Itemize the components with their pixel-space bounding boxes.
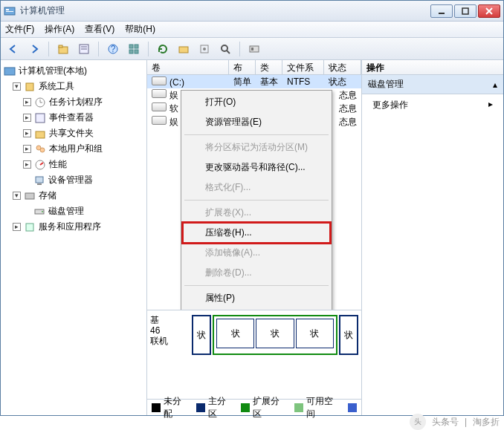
drive-icon [152,76,167,85]
drive-icon [152,116,167,125]
tool-icon-1[interactable] [175,41,192,57]
view-icon[interactable] [126,41,142,57]
col-volume[interactable]: 卷 [147,60,229,74]
svg-rect-24 [251,48,253,51]
col-fs[interactable]: 文件系统 [282,60,324,74]
ctx-extend: 扩展卷(X)... [183,203,330,223]
column-headers: 卷 布局 类型 文件系统 状态 [147,60,361,75]
partition[interactable]: 状 [339,315,358,355]
svg-rect-2 [6,11,13,12]
svg-rect-37 [37,183,42,185]
toolbar: ? [1,38,503,60]
menu-help[interactable]: 帮助(H) [125,23,155,36]
ctx-change-letter[interactable]: 更改驱动器号和路径(C)... [183,157,330,177]
context-menu: 打开(O) 资源管理器(E) 将分区标记为活动分区(M) 更改驱动器号和路径(C… [181,90,332,310]
body: 计算机管理(本地) ▾系统工具 ▸任务计划程序 ▸事件查看器 ▸共享文件夹 ▸本… [1,60,503,415]
window-buttons [430,4,500,18]
back-button[interactable] [5,41,22,57]
window-title: 计算机管理 [20,4,430,17]
volume-row[interactable]: (C:) 简单 基本 NTFS 状态 [147,75,361,88]
tree-disk-management[interactable]: 磁盘管理 [2,203,145,219]
expand-icon[interactable]: ▸ [23,160,31,169]
expand-icon[interactable]: ▸ [13,223,21,231]
legend-unallocated: 未分配 [152,395,189,420]
svg-rect-41 [26,224,33,231]
svg-rect-17 [135,50,138,53]
expand-icon[interactable]: ▸ [23,114,31,122]
disk-graphical-view: 基 46 联机 状 状 状 状 状 [147,310,361,399]
minimize-button[interactable] [430,4,453,18]
help-icon[interactable]: ? [105,41,121,57]
svg-line-35 [40,163,43,165]
titlebar: 计算机管理 [1,1,503,22]
tree-device-manager[interactable]: 设备管理器 [2,172,145,188]
legend-extended: 扩展分区 [241,395,287,420]
partition[interactable]: 状 [192,315,211,355]
tree-shared-folders[interactable]: ▸共享文件夹 [2,126,145,141]
tool-icon-4[interactable] [246,41,262,57]
svg-rect-15 [135,45,138,48]
tree-event-viewer[interactable]: ▸事件查看器 [2,110,145,126]
expand-icon[interactable]: ▸ [23,145,31,153]
volume-pane: 卷 布局 类型 文件系统 状态 (C:) 简单 基本 NTFS 状态 娱 态息 [147,60,362,415]
ctx-shrink[interactable]: 压缩卷(H)... [183,223,330,243]
actions-more[interactable]: 更多操作 ▸ [362,94,503,116]
logical-partition[interactable]: 状 [256,319,294,348]
forward-button[interactable] [26,41,42,57]
tree-local-users[interactable]: ▸本地用户和组 [2,141,145,157]
tool-icon-2[interactable] [196,41,213,57]
tree-storage[interactable]: ▾存储 [2,188,145,203]
expand-icon[interactable]: ▸ [23,129,31,137]
nav-tree: 计算机管理(本地) ▾系统工具 ▸任务计划程序 ▸事件查看器 ▸共享文件夹 ▸本… [1,60,147,415]
refresh-icon[interactable] [155,41,171,57]
collapse-icon[interactable]: ▾ [13,192,21,200]
tree-services-apps[interactable]: ▸服务和应用程序 [2,219,145,235]
expand-icon[interactable]: ▸ [23,98,31,106]
svg-point-21 [222,45,227,51]
close-button[interactable] [478,4,500,18]
col-type[interactable]: 类型 [256,60,282,74]
svg-rect-23 [250,46,259,52]
svg-rect-31 [36,131,45,138]
menu-action[interactable]: 操作(A) [45,23,74,36]
svg-point-33 [40,148,45,152]
svg-text:?: ? [111,44,116,54]
svg-rect-4 [462,8,468,14]
tree-root[interactable]: 计算机管理(本地) [2,63,145,79]
source-logo-icon: 头 [410,414,426,430]
svg-rect-16 [129,50,133,53]
col-status[interactable]: 状态 [324,60,361,74]
tool-icon-3[interactable] [217,41,233,57]
tree-performance[interactable]: ▸性能 [2,157,145,172]
maximize-button[interactable] [454,4,476,18]
ctx-delete: 删除卷(D)... [183,263,330,283]
up-button[interactable] [55,41,71,57]
logical-partition[interactable]: 状 [216,319,254,348]
ctx-explorer[interactable]: 资源管理器(E) [183,112,330,132]
watermark: 头 头条号 | 淘多折 [410,414,500,430]
svg-point-20 [203,48,206,51]
svg-rect-25 [4,68,15,75]
extended-partition[interactable]: 状 状 状 [213,315,337,355]
source-label: 头条号 [432,416,459,429]
ctx-properties[interactable]: 属性(P) [183,288,330,308]
col-layout[interactable]: 布局 [229,60,256,74]
logical-partition[interactable]: 状 [296,319,334,348]
drive-icon [152,102,167,111]
collapse-icon[interactable]: ▾ [13,82,21,91]
disk-info: 基 46 联机 [150,315,192,355]
collapse-caret-icon: ▴ [493,79,497,90]
app-icon [4,5,16,17]
volume-list: (C:) 简单 基本 NTFS 状态 娱 态息 软 态息 娱 态息 [147,75,361,310]
ctx-format: 格式化(F)... [183,177,330,198]
menu-file[interactable]: 文件(F) [5,23,34,36]
svg-rect-26 [26,83,33,91]
ctx-mark-active: 将分区标记为活动分区(M) [183,137,330,157]
tree-task-scheduler[interactable]: ▸任务计划程序 [2,94,145,110]
menu-view[interactable]: 查看(V) [85,23,114,36]
svg-rect-8 [59,45,62,48]
tree-system-tools[interactable]: ▾系统工具 [2,79,145,94]
actions-category[interactable]: 磁盘管理 ▴ [362,75,503,94]
ctx-open[interactable]: 打开(O) [183,92,330,112]
properties-icon[interactable] [76,41,92,57]
